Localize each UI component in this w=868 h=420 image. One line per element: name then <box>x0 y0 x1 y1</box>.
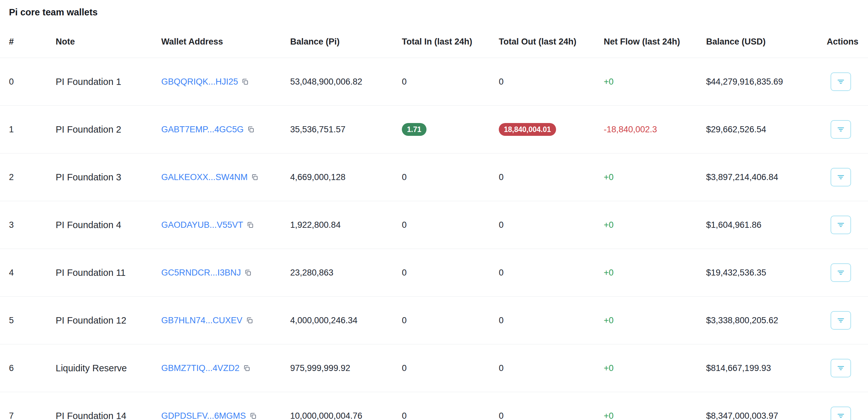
wallet-address-cell: GAODAYUB...V55VT <box>152 201 281 249</box>
wallet-address-link[interactable]: GDPDSLFV...6MGMS <box>161 411 246 420</box>
total-in-badge: 1.71 <box>402 123 427 136</box>
row-index: 5 <box>0 297 47 344</box>
actions-cell <box>818 297 868 344</box>
wallet-note: PI Foundation 14 <box>47 392 152 420</box>
row-actions-button[interactable] <box>831 407 851 420</box>
copy-icon[interactable] <box>241 78 249 86</box>
filter-icon <box>836 315 846 325</box>
balance-usd-value: $29,662,526.54 <box>697 106 818 153</box>
filter-icon <box>836 220 846 230</box>
total-in-value: 0 <box>393 249 490 297</box>
balance-usd-value: $1,604,961.86 <box>697 201 818 249</box>
balance-usd-value: $44,279,916,835.69 <box>697 58 818 106</box>
column-header-actions: Actions <box>818 26 868 58</box>
total-in-value: 0 <box>393 153 490 201</box>
net-flow-cell: +0 <box>595 392 697 420</box>
copy-icon[interactable] <box>243 364 250 372</box>
balance-usd-value: $8,347,000,003.97 <box>697 392 818 420</box>
wallet-address-link[interactable]: GBMZ7TIQ...4VZD2 <box>161 363 240 373</box>
row-index: 7 <box>0 392 47 420</box>
actions-cell <box>818 392 868 420</box>
table-row: 0 PI Foundation 1 GBQQRIQK...HJI25 53,04… <box>0 58 868 106</box>
wallet-address-link[interactable]: GAODAYUB...V55VT <box>161 220 243 230</box>
net-flow-cell: +0 <box>595 249 697 297</box>
balance-pi-value: 35,536,751.57 <box>281 106 393 153</box>
table-row: 2 PI Foundation 3 GALKEOXX...SW4NM 4,669… <box>0 153 868 201</box>
copy-icon[interactable] <box>246 316 253 324</box>
table-header-row: # Note Wallet Address Balance (Pi) Total… <box>0 26 868 58</box>
wallet-address-cell: GALKEOXX...SW4NM <box>152 153 281 201</box>
column-header-balance-usd: Balance (USD) <box>697 26 818 58</box>
net-flow-value: +0 <box>604 315 614 325</box>
row-index: 6 <box>0 344 47 392</box>
total-out-value: 0 <box>490 297 595 344</box>
wallet-address-link[interactable]: GABT7EMP...4GC5G <box>161 124 244 134</box>
total-out-value: 0 <box>490 249 595 297</box>
net-flow-value: +0 <box>604 172 614 182</box>
row-actions-button[interactable] <box>831 216 851 234</box>
net-flow-cell: +0 <box>595 58 697 106</box>
actions-cell <box>818 106 868 153</box>
column-header-total-in: Total In (last 24h) <box>393 26 490 58</box>
net-flow-value: -18,840,002.3 <box>604 124 657 134</box>
net-flow-cell: +0 <box>595 201 697 249</box>
net-flow-cell: +0 <box>595 153 697 201</box>
total-out-cell: 18,840,004.01 <box>490 106 595 153</box>
filter-icon <box>836 411 846 420</box>
row-actions-button[interactable] <box>831 73 851 91</box>
filter-icon <box>836 363 846 373</box>
row-actions-button[interactable] <box>831 263 851 282</box>
column-header-note: Note <box>47 26 152 58</box>
balance-pi-value: 1,922,800.84 <box>281 201 393 249</box>
actions-cell <box>818 58 868 106</box>
wallet-address-link[interactable]: GC5RNDCR...I3BNJ <box>161 268 241 277</box>
row-actions-button[interactable] <box>831 359 851 377</box>
wallet-address-link[interactable]: GBQQRIQK...HJI25 <box>161 77 238 86</box>
wallet-address-cell: GDPDSLFV...6MGMS <box>152 392 281 420</box>
copy-icon[interactable] <box>247 125 255 133</box>
copy-icon[interactable] <box>249 412 257 420</box>
balance-usd-value: $814,667,199.93 <box>697 344 818 392</box>
table-row: 4 PI Foundation 11 GC5RNDCR...I3BNJ 23,2… <box>0 249 868 297</box>
net-flow-value: +0 <box>604 363 614 373</box>
actions-cell <box>818 201 868 249</box>
total-out-badge: 18,840,004.01 <box>499 123 556 136</box>
balance-usd-value: $3,897,214,406.84 <box>697 153 818 201</box>
net-flow-value: +0 <box>604 77 614 86</box>
total-out-value: 0 <box>490 392 595 420</box>
copy-icon[interactable] <box>246 221 254 229</box>
table-row: 3 PI Foundation 4 GAODAYUB...V55VT 1,922… <box>0 201 868 249</box>
balance-pi-value: 10,000,000,004.76 <box>281 392 393 420</box>
wallet-address-link[interactable]: GALKEOXX...SW4NM <box>161 172 248 182</box>
copy-icon[interactable] <box>244 269 252 277</box>
net-flow-value: +0 <box>604 220 614 230</box>
row-index: 0 <box>0 58 47 106</box>
wallet-note: PI Foundation 11 <box>47 249 152 297</box>
net-flow-value: +0 <box>604 268 614 277</box>
net-flow-cell: -18,840,002.3 <box>595 106 697 153</box>
balance-pi-value: 4,000,000,246.34 <box>281 297 393 344</box>
balance-pi-value: 23,280,863 <box>281 249 393 297</box>
total-out-value: 0 <box>490 344 595 392</box>
actions-cell <box>818 153 868 201</box>
filter-icon <box>836 268 846 277</box>
balance-usd-value: $19,432,536.35 <box>697 249 818 297</box>
wallet-address-cell: GC5RNDCR...I3BNJ <box>152 249 281 297</box>
net-flow-cell: +0 <box>595 344 697 392</box>
balance-pi-value: 4,669,000,128 <box>281 153 393 201</box>
wallet-address-cell: GB7HLN74...CUXEV <box>152 297 281 344</box>
table-row: 1 PI Foundation 2 GABT7EMP...4GC5G 35,53… <box>0 106 868 153</box>
wallet-note: PI Foundation 2 <box>47 106 152 153</box>
total-in-value: 0 <box>393 344 490 392</box>
total-in-cell: 1.71 <box>393 106 490 153</box>
total-in-value: 0 <box>393 58 490 106</box>
wallet-note: Liquidity Reserve <box>47 344 152 392</box>
row-actions-button[interactable] <box>831 168 851 187</box>
column-header-balance-pi: Balance (Pi) <box>281 26 393 58</box>
row-actions-button[interactable] <box>831 120 851 139</box>
total-out-value: 0 <box>490 58 595 106</box>
wallet-address-link[interactable]: GB7HLN74...CUXEV <box>161 315 243 325</box>
filter-icon <box>836 172 846 182</box>
copy-icon[interactable] <box>251 173 258 181</box>
row-actions-button[interactable] <box>831 311 851 330</box>
